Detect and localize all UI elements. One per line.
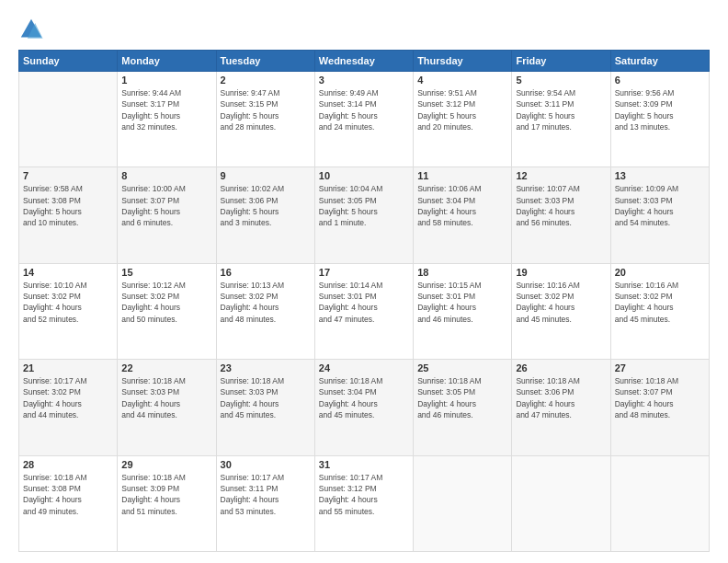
calendar-cell — [610, 455, 709, 551]
day-number: 26 — [516, 362, 606, 373]
calendar-cell: 8Sunrise: 10:00 AMSunset: 3:07 PMDayligh… — [118, 167, 216, 263]
day-info: Sunrise: 10:13 AMSunset: 3:02 PMDaylight… — [221, 280, 311, 325]
weekday-header-monday: Monday — [118, 51, 216, 72]
day-info: Sunrise: 9:54 AMSunset: 3:11 PMDaylight:… — [516, 87, 606, 132]
day-number: 27 — [615, 362, 705, 373]
day-number: 13 — [615, 170, 705, 181]
calendar-cell: 9Sunrise: 10:02 AMSunset: 3:06 PMDayligh… — [216, 167, 314, 263]
day-info: Sunrise: 10:17 AMSunset: 3:11 PMDaylight… — [221, 472, 311, 517]
weekday-header-wednesday: Wednesday — [314, 51, 413, 72]
day-info: Sunrise: 10:17 AMSunset: 3:12 PMDaylight… — [319, 472, 409, 517]
day-number: 22 — [121, 362, 211, 373]
day-info: Sunrise: 9:47 AMSunset: 3:15 PMDaylight:… — [221, 87, 311, 132]
day-number: 11 — [417, 170, 507, 181]
day-number: 10 — [319, 170, 409, 181]
day-info: Sunrise: 9:44 AMSunset: 3:17 PMDaylight:… — [121, 87, 211, 132]
day-number: 4 — [417, 75, 507, 86]
day-info: Sunrise: 10:10 AMSunset: 3:02 PMDaylight… — [23, 280, 113, 325]
day-info: Sunrise: 10:18 AMSunset: 3:04 PMDaylight… — [319, 375, 409, 420]
day-number: 5 — [516, 75, 606, 86]
calendar-cell: 22Sunrise: 10:18 AMSunset: 3:03 PMDaylig… — [118, 360, 216, 455]
calendar-cell: 1Sunrise: 9:44 AMSunset: 3:17 PMDaylight… — [118, 72, 216, 167]
day-number: 16 — [221, 267, 311, 278]
day-number: 25 — [417, 362, 507, 373]
calendar-table: SundayMondayTuesdayWednesdayThursdayFrid… — [18, 50, 710, 552]
day-number: 9 — [221, 170, 311, 181]
weekday-header-tuesday: Tuesday — [216, 51, 314, 72]
calendar-cell: 23Sunrise: 10:18 AMSunset: 3:03 PMDaylig… — [216, 360, 314, 455]
calendar-cell: 4Sunrise: 9:51 AMSunset: 3:12 PMDaylight… — [414, 72, 512, 167]
day-number: 31 — [319, 459, 409, 470]
calendar-cell: 21Sunrise: 10:17 AMSunset: 3:02 PMDaylig… — [19, 360, 118, 455]
day-number: 28 — [23, 459, 113, 470]
calendar-week-row: 7Sunrise: 9:58 AMSunset: 3:08 PMDaylight… — [19, 167, 710, 263]
calendar-cell: 29Sunrise: 10:18 AMSunset: 3:09 PMDaylig… — [118, 455, 216, 551]
day-number: 3 — [319, 75, 409, 86]
day-number: 14 — [23, 267, 113, 278]
calendar-cell: 31Sunrise: 10:17 AMSunset: 3:12 PMDaylig… — [314, 455, 413, 551]
day-number: 24 — [319, 362, 409, 373]
day-number: 20 — [615, 267, 705, 278]
calendar-cell: 20Sunrise: 10:16 AMSunset: 3:02 PMDaylig… — [610, 263, 709, 359]
calendar-cell: 28Sunrise: 10:18 AMSunset: 3:08 PMDaylig… — [19, 455, 118, 551]
day-number: 29 — [121, 459, 211, 470]
calendar-cell: 17Sunrise: 10:14 AMSunset: 3:01 PMDaylig… — [314, 263, 413, 359]
calendar-cell: 18Sunrise: 10:15 AMSunset: 3:01 PMDaylig… — [414, 263, 512, 359]
calendar-cell: 11Sunrise: 10:06 AMSunset: 3:04 PMDaylig… — [414, 167, 512, 263]
page: SundayMondayTuesdayWednesdayThursdayFrid… — [0, 0, 728, 563]
calendar-cell: 14Sunrise: 10:10 AMSunset: 3:02 PMDaylig… — [19, 263, 118, 359]
day-info: Sunrise: 10:16 AMSunset: 3:02 PMDaylight… — [615, 280, 705, 325]
day-info: Sunrise: 9:56 AMSunset: 3:09 PMDaylight:… — [615, 87, 705, 132]
day-number: 18 — [417, 267, 507, 278]
calendar-cell: 24Sunrise: 10:18 AMSunset: 3:04 PMDaylig… — [314, 360, 413, 455]
day-info: Sunrise: 10:18 AMSunset: 3:08 PMDaylight… — [23, 472, 113, 517]
day-number: 30 — [221, 459, 311, 470]
calendar-cell: 12Sunrise: 10:07 AMSunset: 3:03 PMDaylig… — [512, 167, 610, 263]
calendar-cell: 6Sunrise: 9:56 AMSunset: 3:09 PMDaylight… — [610, 72, 709, 167]
day-number: 15 — [121, 267, 211, 278]
day-info: Sunrise: 10:16 AMSunset: 3:02 PMDaylight… — [516, 280, 606, 325]
calendar-cell — [414, 455, 512, 551]
weekday-header-row: SundayMondayTuesdayWednesdayThursdayFrid… — [19, 51, 710, 72]
day-info: Sunrise: 10:14 AMSunset: 3:01 PMDaylight… — [319, 280, 409, 325]
calendar-cell: 2Sunrise: 9:47 AMSunset: 3:15 PMDaylight… — [216, 72, 314, 167]
day-number: 6 — [615, 75, 705, 86]
day-number: 8 — [121, 170, 211, 181]
calendar-cell: 3Sunrise: 9:49 AMSunset: 3:14 PMDaylight… — [314, 72, 413, 167]
day-info: Sunrise: 10:07 AMSunset: 3:03 PMDaylight… — [516, 183, 606, 228]
day-number: 21 — [23, 362, 113, 373]
day-info: Sunrise: 10:18 AMSunset: 3:05 PMDaylight… — [417, 375, 507, 420]
day-info: Sunrise: 10:18 AMSunset: 3:07 PMDaylight… — [615, 375, 705, 420]
day-info: Sunrise: 9:49 AMSunset: 3:14 PMDaylight:… — [319, 87, 409, 132]
day-info: Sunrise: 9:51 AMSunset: 3:12 PMDaylight:… — [417, 87, 507, 132]
day-info: Sunrise: 10:02 AMSunset: 3:06 PMDaylight… — [221, 183, 311, 228]
calendar-cell: 19Sunrise: 10:16 AMSunset: 3:02 PMDaylig… — [512, 263, 610, 359]
header — [18, 17, 710, 42]
calendar-cell: 13Sunrise: 10:09 AMSunset: 3:03 PMDaylig… — [610, 167, 709, 263]
calendar-cell: 16Sunrise: 10:13 AMSunset: 3:02 PMDaylig… — [216, 263, 314, 359]
logo — [18, 17, 48, 42]
calendar-week-row: 14Sunrise: 10:10 AMSunset: 3:02 PMDaylig… — [19, 263, 710, 359]
weekday-header-thursday: Thursday — [414, 51, 512, 72]
calendar-cell: 7Sunrise: 9:58 AMSunset: 3:08 PMDaylight… — [19, 167, 118, 263]
day-info: Sunrise: 10:17 AMSunset: 3:02 PMDaylight… — [23, 375, 113, 420]
day-info: Sunrise: 10:06 AMSunset: 3:04 PMDaylight… — [417, 183, 507, 228]
day-info: Sunrise: 10:18 AMSunset: 3:06 PMDaylight… — [516, 375, 606, 420]
day-info: Sunrise: 10:09 AMSunset: 3:03 PMDaylight… — [615, 183, 705, 228]
day-number: 17 — [319, 267, 409, 278]
day-number: 12 — [516, 170, 606, 181]
day-number: 2 — [221, 75, 311, 86]
weekday-header-sunday: Sunday — [19, 51, 118, 72]
calendar-week-row: 28Sunrise: 10:18 AMSunset: 3:08 PMDaylig… — [19, 455, 710, 551]
calendar-cell: 27Sunrise: 10:18 AMSunset: 3:07 PMDaylig… — [610, 360, 709, 455]
day-number: 7 — [23, 170, 113, 181]
day-info: Sunrise: 10:18 AMSunset: 3:03 PMDaylight… — [221, 375, 311, 420]
calendar-week-row: 21Sunrise: 10:17 AMSunset: 3:02 PMDaylig… — [19, 360, 710, 455]
calendar-cell: 10Sunrise: 10:04 AMSunset: 3:05 PMDaylig… — [314, 167, 413, 263]
day-info: Sunrise: 10:15 AMSunset: 3:01 PMDaylight… — [417, 280, 507, 325]
day-info: Sunrise: 10:12 AMSunset: 3:02 PMDaylight… — [121, 280, 211, 325]
calendar-cell: 30Sunrise: 10:17 AMSunset: 3:11 PMDaylig… — [216, 455, 314, 551]
calendar-cell: 25Sunrise: 10:18 AMSunset: 3:05 PMDaylig… — [414, 360, 512, 455]
logo-icon — [18, 17, 44, 42]
weekday-header-friday: Friday — [512, 51, 610, 72]
